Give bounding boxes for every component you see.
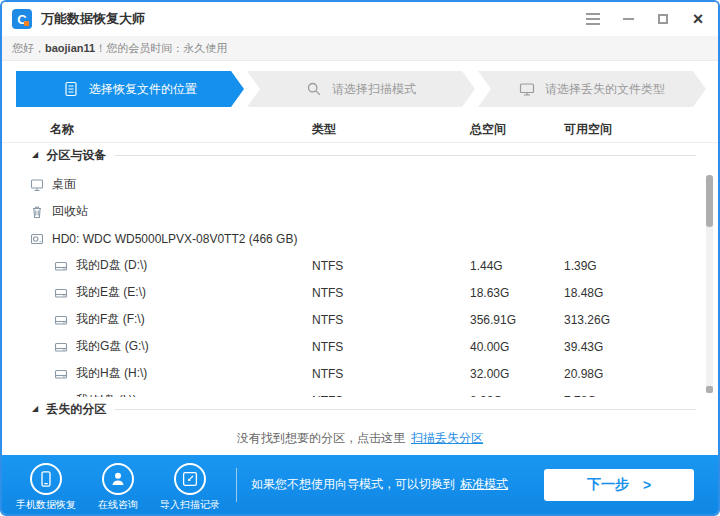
import-icon <box>174 463 206 495</box>
section-devices[interactable]: ◢ 分区与设备 <box>2 143 718 167</box>
online-consult-button[interactable]: 在线咨询 <box>82 457 154 512</box>
person-icon <box>102 463 134 495</box>
next-button-label: 下一步 <box>587 476 629 494</box>
menu-icon[interactable] <box>585 11 601 27</box>
column-type: 类型 <box>312 121 470 138</box>
monitor-icon <box>519 81 535 97</box>
mode-hint: 如果您不想使用向导模式，可以切换到 标准模式 <box>251 476 508 493</box>
greeting-bar: 您好，baojian11！您的会员时间：永久使用 <box>2 36 718 61</box>
greeting-suffix: ！您的会员时间：永久使用 <box>95 42 227 54</box>
section-lost-label: 丢失的分区 <box>46 401 106 418</box>
magnifier-icon <box>306 81 322 97</box>
wizard-steps: 选择恢复文件的位置 请选择扫描模式 请选择丢失的文件类型 <box>16 71 706 107</box>
phone-icon <box>30 463 62 495</box>
scrollbar-thumb[interactable] <box>706 175 713 227</box>
table-row[interactable]: 我的E盘 (E:\) NTFS 18.63G 18.48G <box>2 279 718 306</box>
minimize-icon[interactable] <box>620 11 636 27</box>
partition-icon <box>54 340 68 354</box>
window-controls: × <box>585 11 706 27</box>
titlebar: C 万能数据恢复大师 × <box>2 2 718 36</box>
table-row[interactable]: 我的I盘 (I:\) NTFS 8.00G 7.78G <box>2 387 718 397</box>
app-window: C 万能数据恢复大师 × 您好，baojian11！您的会员时间：永久使用 选择… <box>0 0 720 516</box>
step-label: 请选择丢失的文件类型 <box>545 81 665 98</box>
partition-list: 桌面 回收站 HD0: WDC WD5000LPVX-08V0TT2 (466 … <box>2 167 718 397</box>
tool-label: 导入扫描记录 <box>160 498 220 512</box>
next-button[interactable]: 下一步 > <box>544 469 694 501</box>
greeting-prefix: 您好， <box>12 42 45 54</box>
phone-recovery-button[interactable]: 手机数据恢复 <box>10 457 82 512</box>
table-row[interactable]: 我的D盘 (D:\) NTFS 1.44G 1.39G <box>2 252 718 279</box>
window-title: 万能数据恢复大师 <box>41 10 145 28</box>
lost-partition-hint: 没有找到想要的分区，点击这里 扫描丢失分区 <box>2 421 718 455</box>
table-header: 名称 类型 总空间 可用空间 <box>2 117 718 143</box>
partition-icon <box>54 313 68 327</box>
close-icon[interactable]: × <box>690 11 706 27</box>
mode-hint-text: 如果您不想使用向导模式，可以切换到 <box>251 476 455 493</box>
partition-icon <box>54 259 68 273</box>
table-row[interactable]: 回收站 <box>2 198 718 225</box>
standard-mode-link[interactable]: 标准模式 <box>460 476 508 493</box>
partition-icon <box>54 367 68 381</box>
app-logo-icon: C <box>12 9 32 29</box>
step-file-type[interactable]: 请选择丢失的文件类型 <box>478 71 706 107</box>
partition-icon <box>54 286 68 300</box>
column-free: 可用空间 <box>564 121 718 138</box>
import-scan-records-button[interactable]: 导入扫描记录 <box>154 457 226 512</box>
username: baojian11 <box>45 42 95 54</box>
step-scan-mode[interactable]: 请选择扫描模式 <box>247 71 475 107</box>
step-label: 选择恢复文件的位置 <box>89 81 197 98</box>
collapse-triangle-icon: ◢ <box>32 405 38 413</box>
tool-label: 在线咨询 <box>98 498 138 512</box>
table-row[interactable]: 桌面 <box>2 171 718 198</box>
scrollbar[interactable] <box>706 175 713 393</box>
maximize-icon[interactable] <box>655 11 671 27</box>
column-total: 总空间 <box>470 121 564 138</box>
scrollbar-down-arrow[interactable] <box>706 386 713 393</box>
column-name: 名称 <box>2 121 312 138</box>
desktop-icon <box>30 178 44 192</box>
table-row[interactable]: 我的F盘 (F:\) NTFS 356.91G 313.26G <box>2 306 718 333</box>
footer-bar: 手机数据恢复 在线咨询 导入扫描记录 如果您不想使用向导模式，可以切换到 标准模… <box>2 455 718 514</box>
chevron-right-icon: > <box>643 477 651 493</box>
scan-lost-partition-link[interactable]: 扫描丢失分区 <box>411 430 483 447</box>
document-icon <box>63 81 79 97</box>
table-row[interactable]: 我的H盘 (H:\) NTFS 32.00G 20.98G <box>2 360 718 387</box>
table-row[interactable]: HD0: WDC WD5000LPVX-08V0TT2 (466 GB) <box>2 225 718 252</box>
partition-icon <box>54 394 68 398</box>
step-select-location[interactable]: 选择恢复文件的位置 <box>16 71 244 107</box>
lost-hint-text: 没有找到想要的分区，点击这里 <box>237 430 405 447</box>
section-lost[interactable]: ◢ 丢失的分区 <box>2 397 718 421</box>
recycle-bin-icon <box>30 205 44 219</box>
tool-label: 手机数据恢复 <box>16 498 76 512</box>
step-label: 请选择扫描模式 <box>332 81 416 98</box>
collapse-triangle-icon: ◢ <box>32 151 38 159</box>
footer-divider <box>236 468 237 502</box>
hard-disk-icon <box>30 232 44 246</box>
table-row[interactable]: 我的G盘 (G:\) NTFS 40.00G 39.43G <box>2 333 718 360</box>
section-devices-label: 分区与设备 <box>46 147 106 164</box>
